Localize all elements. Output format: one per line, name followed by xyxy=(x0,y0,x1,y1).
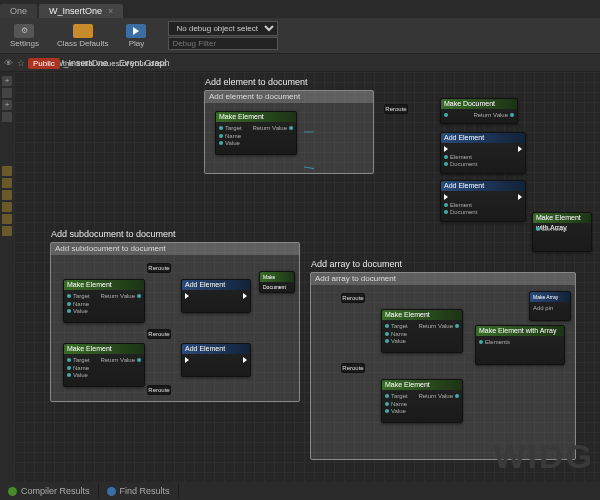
gutter-item[interactable] xyxy=(2,178,12,188)
class-defaults-label: Class Defaults xyxy=(57,39,109,48)
reroute-node[interactable]: Reroute xyxy=(341,293,365,303)
node-header: Make Array xyxy=(530,292,570,302)
node-make-element-with-array[interactable]: Make Element with Array Elements xyxy=(532,212,592,252)
settings-label: Settings xyxy=(10,39,39,48)
gutter-item[interactable] xyxy=(2,214,12,224)
node-make-document[interactable]: Make Document xyxy=(259,271,295,293)
node-make-element[interactable]: Make Element TargetReturn Value Name Val… xyxy=(63,343,145,387)
node-make-element-with-array[interactable]: Make Element with Array Elements xyxy=(475,325,565,365)
node-header: Make Document xyxy=(441,99,517,109)
comment-title: Add element to document xyxy=(205,77,308,87)
debug-object-select[interactable]: No debug object selected xyxy=(168,21,278,36)
node-make-array[interactable]: Make Array Add pin xyxy=(529,291,571,321)
left-gutter: + + xyxy=(0,72,14,482)
node-header: Add Element xyxy=(441,133,525,143)
node-make-document[interactable]: Make Document Return Value xyxy=(440,98,518,124)
play-label: Play xyxy=(129,39,145,48)
node-header: Add Element xyxy=(441,181,525,191)
find-results-icon xyxy=(107,487,116,496)
gutter-item[interactable] xyxy=(2,166,12,176)
close-icon[interactable]: × xyxy=(108,6,113,16)
hint-button[interactable]: Public xyxy=(28,58,60,69)
comment-title: Add subdocument to document xyxy=(51,229,176,239)
node-add-element[interactable]: Add Element Element Document xyxy=(440,180,526,222)
editor-tabs: One W_InsertOne× xyxy=(0,0,600,18)
comment-title: Add array to document xyxy=(311,259,402,269)
node-add-element[interactable]: Add Element xyxy=(181,343,251,377)
comment-bar[interactable]: Add array to document xyxy=(311,273,575,285)
reroute-node[interactable]: Reroute xyxy=(147,263,171,273)
node-header: Make Element xyxy=(216,112,296,122)
comment-add-subdocument[interactable]: Add subdocument to document Add subdocum… xyxy=(50,242,300,402)
node-header: Add Element xyxy=(182,344,250,354)
compiler-results-icon xyxy=(8,487,17,496)
gutter-item[interactable] xyxy=(2,202,12,212)
gutter-item[interactable] xyxy=(2,226,12,236)
node-header: Make Element xyxy=(382,310,462,320)
tab-insertone[interactable]: W_InsertOne× xyxy=(39,4,123,18)
toolbar: ⚙ Settings Class Defaults Play No debug … xyxy=(0,18,600,54)
gutter-add-icon[interactable]: + xyxy=(2,100,12,110)
node-header: Make Element xyxy=(64,344,144,354)
node-make-element[interactable]: Make Element TargetReturn Value Name Val… xyxy=(63,279,145,323)
reroute-node[interactable]: Reroute xyxy=(341,363,365,373)
reroute-node[interactable]: Reroute xyxy=(147,385,171,395)
comment-bar[interactable]: Add element to document xyxy=(205,91,373,103)
settings-button[interactable]: ⚙ Settings xyxy=(4,22,45,50)
comment-add-array[interactable]: Add array to document Add array to docum… xyxy=(310,272,576,460)
hint-bar: Public the initial values of your class xyxy=(0,56,600,70)
hint-text: the initial values of your class xyxy=(63,59,167,68)
class-defaults-button[interactable]: Class Defaults xyxy=(51,22,115,50)
node-header: Make Element xyxy=(382,380,462,390)
node-make-element[interactable]: Make Element TargetReturn Value Name Val… xyxy=(381,379,463,423)
node-header: Make Element xyxy=(64,280,144,290)
gutter-add-icon[interactable]: + xyxy=(2,76,12,86)
bottom-panel-tabs: Compiler Results Find Results xyxy=(0,482,600,500)
tab-one[interactable]: One xyxy=(0,4,37,18)
node-header: Make Element with Array xyxy=(533,213,591,223)
gutter-item[interactable] xyxy=(2,88,12,98)
gear-icon: ⚙ xyxy=(14,24,34,38)
node-make-element[interactable]: Make Element TargetReturn Value Name Val… xyxy=(381,309,463,353)
node-header: Add Element xyxy=(182,280,250,290)
node-header: Make Document xyxy=(260,272,294,282)
reroute-node[interactable]: Reroute xyxy=(147,329,171,339)
node-make-element[interactable]: Make Element TargetReturn Value Name Val… xyxy=(215,111,297,155)
node-add-element[interactable]: Add Element xyxy=(181,279,251,313)
reroute-node[interactable]: Reroute xyxy=(384,104,408,114)
gutter-item[interactable] xyxy=(2,190,12,200)
class-defaults-icon xyxy=(73,24,93,38)
play-button[interactable]: Play xyxy=(120,22,152,50)
tab-find-results[interactable]: Find Results xyxy=(99,484,179,498)
canvas-watermark: WIDG xyxy=(493,437,594,476)
comment-add-element[interactable]: Add element to document Add element to d… xyxy=(204,90,374,174)
event-graph-canvas[interactable]: Add element to document Add element to d… xyxy=(14,72,600,482)
debug-selectors: No debug object selected xyxy=(168,21,278,50)
debug-filter-input[interactable] xyxy=(168,37,278,50)
tab-compiler-results[interactable]: Compiler Results xyxy=(0,484,99,498)
play-icon xyxy=(126,24,146,38)
gutter-item[interactable] xyxy=(2,112,12,122)
node-add-element[interactable]: Add Element Element Document xyxy=(440,132,526,174)
node-header: Make Element with Array xyxy=(476,326,564,336)
comment-bar[interactable]: Add subdocument to document xyxy=(51,243,299,255)
